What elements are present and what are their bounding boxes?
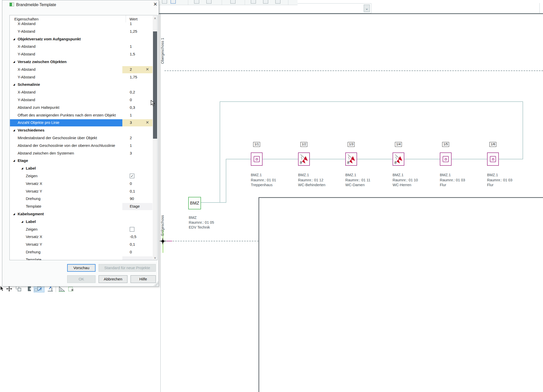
property-group-row[interactable]: ◢Etage [10,157,158,164]
measure-triangle-icon[interactable] [59,286,65,293]
property-value[interactable]: 1 [130,44,132,49]
clear-value-icon[interactable]: ✕ [145,67,150,72]
drawing-canvas-overlay[interactable]: Obergeschoss 1 BMZ BMZRaumnr.: 01 05EDV … [258,197,543,392]
property-row[interactable]: Drehung90 [10,195,158,203]
move-icon[interactable] [6,286,12,293]
expand-triangle-icon[interactable]: ◢ [21,167,23,170]
property-row[interactable]: Y-Abstand1,5 [10,51,158,58]
scale-icon[interactable] [34,286,44,292]
property-group-row[interactable]: ◢Kabelsegment [10,211,158,218]
checkbox-checked[interactable]: ✓ [130,174,134,178]
copy-icon[interactable] [16,286,22,293]
expand-triangle-icon[interactable]: ◢ [13,38,15,40]
chevron-down-icon[interactable]: ⌄ [364,5,370,12]
property-row[interactable]: Versatz Y0,1 [10,241,158,248]
property-value[interactable]: 0 [130,250,132,254]
property-row[interactable]: Versatz X-0,5 [10,233,158,241]
property-value[interactable]: 0,1 [130,189,135,193]
toolbar-icon[interactable] [206,0,211,4]
property-row[interactable]: X-Abstand1 [10,43,158,50]
property-row[interactable]: Versatz Y0,1 [10,188,158,195]
manual-callpoint-icon[interactable] [251,152,263,166]
property-value[interactable]: -0,5 [130,234,136,239]
close-icon[interactable]: ✕ [152,1,159,8]
clear-value-icon[interactable]: ✕ [145,120,150,125]
expand-triangle-icon[interactable]: ◢ [13,212,15,215]
bmz-panel[interactable]: BMZ [188,197,201,209]
fire-detector-icon[interactable]: ϑ [345,152,357,166]
toolbar-icon[interactable] [230,0,235,4]
property-value[interactable]: Etage [130,204,140,208]
property-row[interactable]: Y-Abstand1,75 [10,74,158,81]
scroll-up-icon[interactable]: ∧ [153,16,157,21]
expand-triangle-icon[interactable]: ◢ [13,60,15,63]
select-cursor-icon[interactable] [0,286,4,292]
scroll-down-icon[interactable]: ∨ [153,255,157,260]
property-row[interactable]: Y-Abstand1,25 [10,28,158,35]
fire-detector-icon[interactable]: ϑ [393,152,404,166]
property-value[interactable]: 90 [130,196,134,201]
abbrechen-button[interactable]: Abbrechen [99,275,127,283]
property-row[interactable]: Abstand zwischen den Systemen3 [10,150,158,157]
property-row[interactable]: X-Abstand0,2 [10,89,158,96]
expand-triangle-icon[interactable]: ◢ [13,129,15,132]
manual-callpoint-icon[interactable] [440,152,452,166]
vorschau-button[interactable]: Vorschau [67,264,96,272]
property-row[interactable]: Zeigen [10,226,158,233]
property-value[interactable]: 1,25 [130,29,137,33]
toolbar-icon[interactable] [275,0,280,4]
property-row[interactable]: Zeigen✓ [10,173,158,180]
property-value[interactable]: 3 [130,120,132,125]
property-row[interactable]: Drehung0 [10,249,158,256]
property-value[interactable]: 2 [130,136,132,140]
property-group-row[interactable]: ◢Schemalinie [10,81,158,88]
hilfe-button[interactable]: Hilfe [131,275,156,283]
scrollbar[interactable]: ∧ ∨ [153,16,157,260]
property-group-row[interactable]: ◢Label [10,218,158,225]
property-value[interactable]: 1 [130,113,132,117]
property-value[interactable]: 2 [130,67,132,72]
toolbar-icon[interactable] [263,0,268,4]
property-group-row[interactable]: ◢Versatz zwischen Objekten [10,58,158,66]
property-row[interactable]: X-Abstand2✕ [10,66,158,73]
property-value[interactable]: 0 [130,181,132,186]
property-row[interactable]: Mindestabstand der Geschosslinie über Ob… [10,135,158,142]
property-row[interactable]: Template [10,256,158,260]
flip-icon[interactable] [47,286,54,293]
rotate-icon[interactable] [27,286,32,293]
scrollbar-thumb[interactable] [153,31,157,139]
toolbar-icon[interactable] [162,0,167,4]
property-value[interactable]: 1 [130,21,132,26]
property-value[interactable]: 0,2 [130,90,135,94]
delete-selection-icon[interactable] [68,286,75,293]
property-group-row[interactable]: ◢Label [10,165,158,172]
property-group-row[interactable]: ◢Verschiedenes [10,127,158,134]
checkbox-unchecked[interactable] [130,227,134,232]
property-row[interactable]: Versatz X0 [10,180,158,187]
origin-marker[interactable] [161,240,164,243]
expand-triangle-icon[interactable]: ◢ [21,220,23,223]
property-value[interactable]: 1 [130,143,132,148]
toolbar-icon[interactable] [194,0,199,4]
property-value[interactable]: 1,5 [130,52,135,56]
property-value[interactable]: 0,1 [130,242,135,246]
manual-callpoint-icon[interactable] [487,152,499,166]
property-value[interactable]: 0,3 [130,105,135,110]
toolbar-icon[interactable] [171,0,176,4]
property-row[interactable]: Abstand der Geschosslinie von der oberen… [10,142,158,149]
toolbar-icon[interactable] [251,0,256,4]
property-group-row[interactable]: ◢Objektversatz vom Aufgangspunkt [10,36,158,43]
template-value-field[interactable] [122,256,152,260]
property-row[interactable]: X-Abstand1 [10,20,158,28]
property-row[interactable]: TemplateEtage [10,203,158,210]
property-value[interactable]: 1,75 [130,75,137,79]
property-value[interactable]: 0 [130,98,132,102]
expand-triangle-icon[interactable]: ◢ [13,159,15,162]
property-value[interactable]: 3 [130,151,132,155]
property-row[interactable]: Offset des ansteigenden Punktes nach dem… [10,112,158,119]
fire-detector-icon[interactable]: ϑ [298,152,310,166]
property-row[interactable]: Y-Abstand0 [10,97,158,104]
property-row[interactable]: Abstand zum Haltepunkt0,3 [10,104,158,111]
expand-triangle-icon[interactable]: ◢ [13,83,15,86]
property-row[interactable]: Anzahl Objekte pro Linie3✕ [10,119,158,126]
